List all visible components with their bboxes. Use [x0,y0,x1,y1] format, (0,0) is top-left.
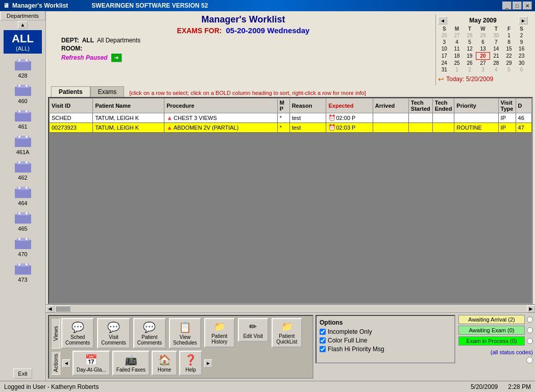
view-schedules-button[interactable]: 📋 ViewSchedules [169,318,201,349]
sidebar-item-464[interactable]: 464 [12,184,34,206]
col-arrived[interactable]: Arrived [373,99,408,113]
day-at-glance-button[interactable]: 📅 Day-At-Gla... [72,351,110,376]
calendar-day-1-3[interactable]: 6 [476,39,490,45]
sidebar-item-460[interactable]: 460 [12,82,34,104]
actions-tab[interactable]: Actions [51,351,60,375]
calendar-day-3-4[interactable]: 21 [490,53,502,60]
sidebar-item-461a[interactable]: 461A [12,133,34,155]
color-full-line-checkbox[interactable] [320,337,326,344]
col-visit-id[interactable]: Visit ID [50,99,93,113]
calendar-day-4-5[interactable]: 29 [503,60,516,67]
calendar-day-5-4[interactable]: 4 [490,66,502,73]
calendar-day-2-0[interactable]: 10 [438,45,451,53]
all-status-radio[interactable] [526,357,533,363]
calendar-day-4-6[interactable]: 30 [515,60,528,67]
calendar-day-1-4[interactable]: 7 [490,39,502,45]
calendar-day-2-6[interactable]: 16 [515,45,528,53]
calendar-day-3-3[interactable]: 20 [476,53,490,60]
calendar-prev-button[interactable]: ◄ [438,16,447,24]
visit-comments-button[interactable]: 💬 VisitComments [97,318,130,349]
col-mp[interactable]: MP [277,99,289,113]
calendar-day-5-1[interactable]: 1 [451,66,464,73]
maximize-button[interactable]: □ [513,2,522,10]
calendar-day-3-6[interactable]: 23 [515,53,528,60]
sidebar-item-465[interactable]: 465 [12,209,34,232]
col-tech-ended[interactable]: TechEnded [432,99,454,113]
calendar-day-1-5[interactable]: 8 [503,39,516,45]
calendar-day-2-1[interactable]: 11 [451,45,464,53]
awaiting-exam-radio[interactable] [527,327,533,333]
patient-quicklist-button[interactable]: 📁 PatientQuickList [272,318,302,348]
sidebar-item-473[interactable]: 473 [12,260,34,283]
views-tab[interactable]: Views [51,318,60,349]
refresh-button[interactable]: ➜ [111,53,122,62]
tab-patients[interactable]: Patients [51,86,90,97]
scroll-right-button[interactable]: ► [527,305,535,312]
calendar-day-4-0[interactable]: 24 [438,60,451,67]
col-patient-name[interactable]: Patient Name [93,99,164,113]
exam-in-process-radio[interactable] [527,338,533,344]
col-d[interactable]: D [516,99,531,113]
exit-button[interactable]: Exit [13,369,32,379]
patient-history-button[interactable]: 📁 PatientHistory [204,318,235,348]
col-procedure[interactable]: Procedure [164,99,277,113]
sidebar-up-button[interactable]: ▲ [18,21,28,29]
calendar-day-1-0[interactable]: 3 [438,39,451,45]
all-status-label[interactable]: (all status codes) [458,349,533,355]
edit-visit-button[interactable]: ✏ Edit Visit [238,318,269,342]
calendar-next-button[interactable]: ► [519,16,528,24]
calendar-day-2-3[interactable]: 13 [476,45,490,53]
calendar-day-2-5[interactable]: 15 [503,45,516,53]
table-row[interactable]: SCHED TATUM, LEIGH K ▲CHEST 3 VIEWS * te… [50,113,532,123]
minimize-button[interactable]: _ [502,2,512,10]
calendar-day-5-2[interactable]: 2 [463,66,476,73]
flash-hi-priority-checkbox[interactable] [320,346,326,352]
calendar-day-2-2[interactable]: 12 [463,45,476,53]
sched-comments-button[interactable]: 💬 SchedComments [61,318,94,349]
sidebar-all-item[interactable]: ALL (ALL) [4,30,42,54]
failed-faxes-button[interactable]: 📠 Failed Faxes [112,351,150,376]
calendar-day-4-3[interactable]: 27 [476,60,490,67]
scroll-track[interactable] [70,306,527,312]
calendar-day-0-2[interactable]: 28 [463,32,476,39]
patient-comments-button[interactable]: 💬 PatientComments [133,318,166,349]
horizontal-scrollbar[interactable]: ◄ ► [46,304,535,312]
calendar-day-5-3[interactable]: 3 [476,66,490,73]
tab-exams[interactable]: Exams [90,86,125,97]
help-button[interactable]: ❓ Help [179,351,202,376]
calendar-day-1-1[interactable]: 4 [451,39,464,45]
calendar-day-0-5[interactable]: 1 [503,32,516,39]
calendar-day-4-1[interactable]: 25 [451,60,464,67]
actions-next-button[interactable]: ► [204,359,212,368]
calendar-day-2-4[interactable]: 14 [490,45,502,53]
departments-button[interactable]: Departments [0,11,45,20]
calendar-day-5-0[interactable]: 31 [438,66,451,73]
scroll-thumb[interactable] [55,306,70,312]
sidebar-item-462[interactable]: 462 [12,158,34,181]
actions-prev-button[interactable]: ◄ [62,359,70,368]
calendar-day-1-2[interactable]: 5 [463,39,476,45]
calendar-day-3-0[interactable]: 17 [438,53,451,60]
calendar-day-0-0[interactable]: 26 [438,32,451,39]
sidebar-item-470[interactable]: 470 [12,235,34,257]
calendar-day-0-3[interactable]: 29 [476,32,490,39]
calendar-day-5-6[interactable]: 6 [515,66,528,73]
home-button[interactable]: 🏠 Home [152,351,177,376]
col-tech-started[interactable]: TechStarted [408,99,432,113]
col-expected[interactable]: Expected [326,99,373,113]
sidebar-item-428[interactable]: 428 [12,56,34,79]
calendar-day-4-4[interactable]: 28 [490,60,502,67]
calendar-day-3-5[interactable]: 22 [503,53,516,60]
calendar-day-5-5[interactable]: 5 [503,66,516,73]
calendar-day-1-6[interactable]: 9 [515,39,528,45]
calendar-day-4-2[interactable]: 26 [463,60,476,67]
calendar-day-0-6[interactable]: 2 [515,32,528,39]
incomplete-only-checkbox[interactable] [320,329,326,335]
awaiting-arrival-radio[interactable] [527,316,533,323]
col-visit-type[interactable]: VisitType [498,99,516,113]
close-button[interactable]: ✕ [523,2,532,10]
calendar-day-3-1[interactable]: 18 [451,53,464,60]
scroll-left-button[interactable]: ◄ [46,305,54,312]
sidebar-item-461[interactable]: 461 [12,107,34,130]
calendar-day-0-1[interactable]: 27 [451,32,464,39]
